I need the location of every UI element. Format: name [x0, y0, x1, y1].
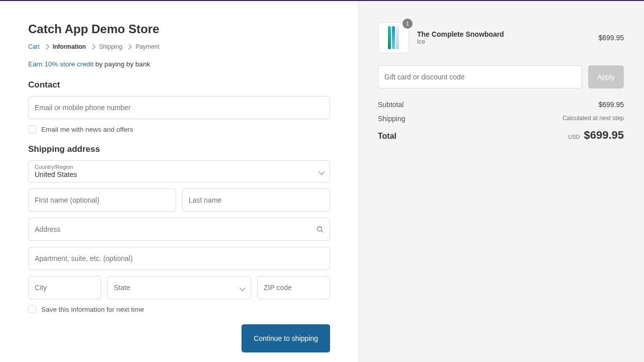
first-name-input[interactable] [29, 189, 176, 211]
breadcrumb: Cart Information Shipping Payment [28, 43, 330, 50]
subtotal-line: Subtotal $699.95 [378, 101, 624, 109]
shipping-value: Calculated at next step [562, 115, 624, 123]
search-icon [316, 226, 324, 233]
svg-point-0 [317, 227, 322, 231]
newsletter-label: Email me with news and offers [41, 126, 133, 133]
checkout-main: Catch App Demo Store Cart Information Sh… [0, 1, 358, 362]
country-label: Country/Region [35, 164, 324, 170]
product-variant: Ice [417, 38, 590, 45]
subtotal-value: $699.95 [598, 101, 624, 109]
contact-heading: Contact [28, 80, 330, 90]
subtotal-label: Subtotal [378, 101, 404, 109]
svg-line-1 [321, 231, 324, 233]
checkbox-icon [28, 305, 36, 313]
product-name: The Complete Snowboard [417, 30, 590, 38]
continue-button[interactable]: Continue to shipping [242, 324, 330, 352]
total-line: Total USD$699.95 [378, 129, 624, 142]
address-input[interactable] [29, 218, 330, 240]
email-input[interactable] [29, 97, 330, 119]
order-summary: 1 The Complete Snowboard Ice $699.95 App… [358, 1, 644, 362]
country-select[interactable]: Country/Region United States [28, 160, 330, 183]
total-label: Total [378, 132, 396, 141]
chevron-down-icon [240, 283, 245, 292]
email-field-wrapper [28, 96, 330, 119]
quantity-badge: 1 [403, 19, 413, 29]
promo-link[interactable]: Earn 10% store credit [28, 60, 94, 68]
breadcrumb-payment: Payment [135, 43, 159, 50]
product-price: $699.95 [598, 34, 624, 42]
save-info-label: Save this information for next time [41, 306, 144, 313]
checkbox-icon [28, 125, 36, 133]
chevron-down-icon [319, 167, 324, 176]
chevron-right-icon [126, 44, 132, 49]
zip-input[interactable] [258, 277, 330, 299]
country-value: United States [35, 170, 77, 178]
state-select[interactable] [107, 276, 251, 299]
chevron-right-icon [43, 44, 49, 49]
shipping-heading: Shipping address [28, 144, 330, 154]
shipping-line: Shipping Calculated at next step [378, 115, 624, 123]
address-field-wrapper [28, 218, 330, 241]
promo-banner: Earn 10% store credit by paying by bank [28, 60, 330, 68]
product-thumbnail: 1 [378, 22, 409, 53]
address2-input[interactable] [29, 247, 330, 269]
currency-code: USD [568, 134, 580, 140]
chevron-right-icon [90, 44, 95, 49]
shipping-label: Shipping [378, 115, 406, 123]
total-amount: $699.95 [584, 129, 624, 141]
apply-button[interactable]: Apply [588, 65, 624, 88]
cart-item: 1 The Complete Snowboard Ice $699.95 [378, 22, 624, 53]
newsletter-checkbox[interactable]: Email me with news and offers [28, 125, 330, 133]
discount-input[interactable] [378, 66, 582, 88]
store-title: Catch App Demo Store [28, 22, 330, 36]
breadcrumb-cart[interactable]: Cart [28, 43, 40, 50]
promo-suffix: by paying by bank [94, 60, 150, 68]
breadcrumb-information: Information [53, 43, 86, 50]
city-input[interactable] [29, 277, 101, 299]
last-name-input[interactable] [183, 189, 330, 211]
save-info-checkbox[interactable]: Save this information for next time [28, 305, 330, 313]
state-input [108, 277, 251, 299]
breadcrumb-shipping: Shipping [99, 43, 123, 50]
